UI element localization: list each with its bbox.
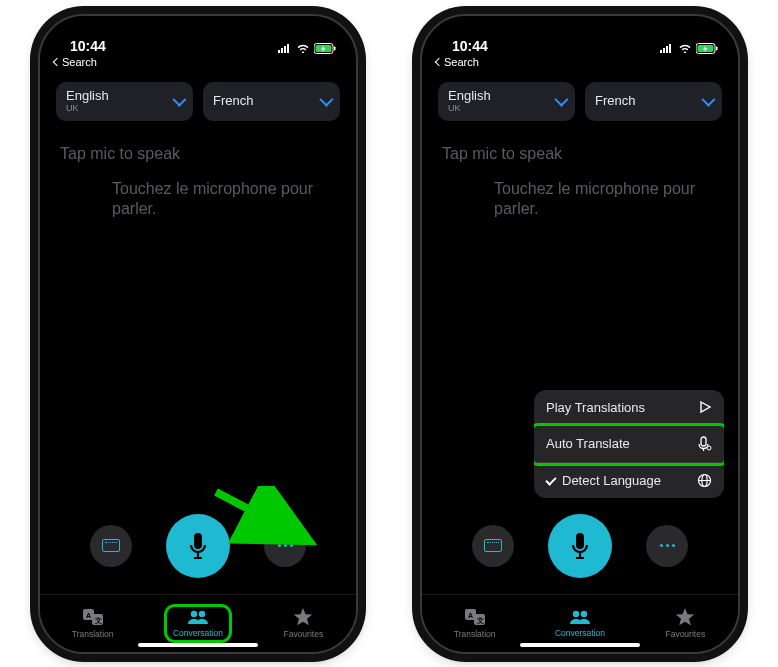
- screen: 10:44 Search English UK French: [40, 16, 356, 652]
- svg-text:A: A: [86, 611, 91, 618]
- more-button[interactable]: [264, 525, 306, 567]
- source-language: English: [448, 89, 491, 103]
- translation-icon: A文: [82, 608, 104, 626]
- notch: [505, 16, 655, 42]
- back-label: Search: [62, 56, 97, 68]
- mic-button[interactable]: [548, 514, 612, 578]
- content-area: Tap mic to speak Touchez le microphone p…: [40, 131, 356, 498]
- svg-rect-2: [334, 46, 336, 50]
- keyboard-button[interactable]: [472, 525, 514, 567]
- mic-icon: [568, 531, 592, 561]
- svg-text:文: 文: [476, 616, 484, 625]
- wifi-icon: [678, 43, 692, 53]
- prompt-source: Tap mic to speak: [438, 139, 722, 169]
- svg-rect-13: [716, 46, 718, 50]
- mic-button[interactable]: [166, 514, 230, 578]
- back-label: Search: [444, 56, 479, 68]
- tab-favourites[interactable]: Favourites: [251, 595, 356, 652]
- back-to-search[interactable]: Search: [40, 54, 356, 68]
- ellipsis-icon: [278, 544, 293, 547]
- chevron-down-icon: [554, 93, 568, 107]
- menu-play-translations[interactable]: Play Translations: [534, 390, 724, 426]
- translation-icon: A文: [464, 608, 486, 626]
- battery-icon: [314, 43, 336, 54]
- svg-text:A: A: [468, 611, 473, 618]
- chevron-down-icon: [319, 93, 333, 107]
- prompt-target: Touchez le microphone pour parler.: [438, 169, 722, 219]
- status-time: 10:44: [60, 38, 106, 54]
- prompt-source: Tap mic to speak: [56, 139, 340, 169]
- keyboard-icon: [484, 539, 502, 552]
- more-button[interactable]: [646, 525, 688, 567]
- svg-point-25: [581, 610, 587, 616]
- svg-rect-14: [701, 437, 706, 446]
- source-language-sub: UK: [66, 104, 109, 114]
- svg-rect-3: [194, 533, 202, 549]
- tab-favourites-label: Favourites: [283, 629, 323, 639]
- tab-translation-label: Translation: [72, 629, 114, 639]
- back-to-search[interactable]: Search: [422, 54, 738, 68]
- wifi-icon: [296, 43, 310, 53]
- check-icon: [545, 474, 556, 485]
- globe-icon: [697, 473, 712, 488]
- home-indicator[interactable]: [520, 643, 640, 647]
- menu-detect-language[interactable]: Detect Language: [534, 463, 724, 498]
- language-selector-row: English UK French: [40, 68, 356, 131]
- star-icon: [675, 608, 695, 626]
- svg-point-9: [191, 610, 197, 616]
- tab-translation[interactable]: A文 Translation: [40, 595, 145, 652]
- prompt-target: Touchez le microphone pour parler.: [56, 169, 340, 219]
- conversation-icon: [187, 609, 209, 625]
- svg-rect-19: [576, 533, 584, 549]
- target-language: French: [213, 94, 253, 108]
- menu-detect-label: Detect Language: [562, 473, 661, 488]
- battery-icon: [696, 43, 718, 54]
- tab-translation[interactable]: A文 Translation: [422, 595, 527, 652]
- status-time: 10:44: [442, 38, 488, 54]
- ellipsis-icon: [660, 544, 675, 547]
- tab-conversation-label: Conversation: [173, 628, 223, 638]
- tab-favourites-label: Favourites: [665, 629, 705, 639]
- star-icon: [293, 608, 313, 626]
- svg-text:文: 文: [94, 616, 102, 625]
- status-indicators: [278, 43, 336, 54]
- source-language: English: [66, 89, 109, 103]
- home-indicator[interactable]: [138, 643, 258, 647]
- target-language-pill[interactable]: French: [585, 82, 722, 121]
- chevron-down-icon: [701, 93, 715, 107]
- keyboard-icon: [102, 539, 120, 552]
- conversation-icon: [569, 609, 591, 625]
- chevron-down-icon: [172, 93, 186, 107]
- content-area: Tap mic to speak Touchez le microphone p…: [422, 131, 738, 498]
- menu-auto-label: Auto Translate: [546, 436, 630, 451]
- play-icon: [698, 400, 712, 414]
- language-selector-row: English UK French: [422, 68, 738, 131]
- phone-left: 10:44 Search English UK French: [38, 14, 358, 654]
- mic-auto-icon: [696, 436, 712, 452]
- source-language-pill[interactable]: English UK: [56, 82, 193, 121]
- source-language-sub: UK: [448, 104, 491, 114]
- status-indicators: [660, 43, 718, 54]
- more-menu: Play Translations Auto Translate Detect …: [534, 390, 724, 498]
- tab-translation-label: Translation: [454, 629, 496, 639]
- signal-icon: [660, 43, 674, 53]
- source-language-pill[interactable]: English UK: [438, 82, 575, 121]
- svg-point-10: [199, 610, 205, 616]
- svg-point-24: [573, 610, 579, 616]
- keyboard-button[interactable]: [90, 525, 132, 567]
- menu-auto-translate[interactable]: Auto Translate: [534, 426, 724, 463]
- menu-play-label: Play Translations: [546, 400, 645, 415]
- chevron-left-icon: [435, 57, 443, 65]
- tab-favourites[interactable]: Favourites: [633, 595, 738, 652]
- target-language: French: [595, 94, 635, 108]
- chevron-left-icon: [53, 57, 61, 65]
- notch: [123, 16, 273, 42]
- screen: 10:44 Search English UK French: [422, 16, 738, 652]
- svg-point-15: [707, 446, 711, 450]
- phone-right: 10:44 Search English UK French: [420, 14, 740, 654]
- signal-icon: [278, 43, 292, 53]
- controls-row: [422, 498, 738, 594]
- mic-icon: [186, 531, 210, 561]
- target-language-pill[interactable]: French: [203, 82, 340, 121]
- controls-row: [40, 498, 356, 594]
